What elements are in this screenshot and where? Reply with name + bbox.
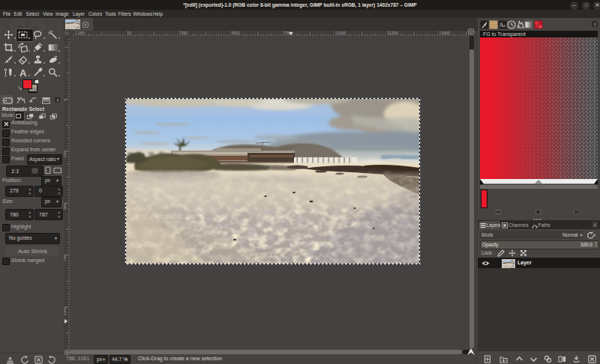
svg-text:1000: 1000 (337, 31, 346, 35)
svg-text:a: a (503, 23, 506, 28)
svg-text:500: 500 (64, 203, 67, 210)
svg-text:1500: 1500 (441, 31, 450, 35)
svg-text:500: 500 (232, 31, 239, 35)
svg-text:1000: 1000 (64, 307, 67, 316)
svg-text:250: 250 (64, 151, 67, 157)
svg-text:0: 0 (64, 99, 67, 101)
svg-text:250: 250 (181, 31, 188, 35)
svg-text:750: 750 (64, 255, 67, 261)
svg-text:0: 0 (129, 31, 131, 35)
svg-text:1250: 1250 (389, 31, 398, 35)
svg-text:-250: -250 (76, 31, 85, 35)
svg-text:A: A (20, 67, 27, 77)
